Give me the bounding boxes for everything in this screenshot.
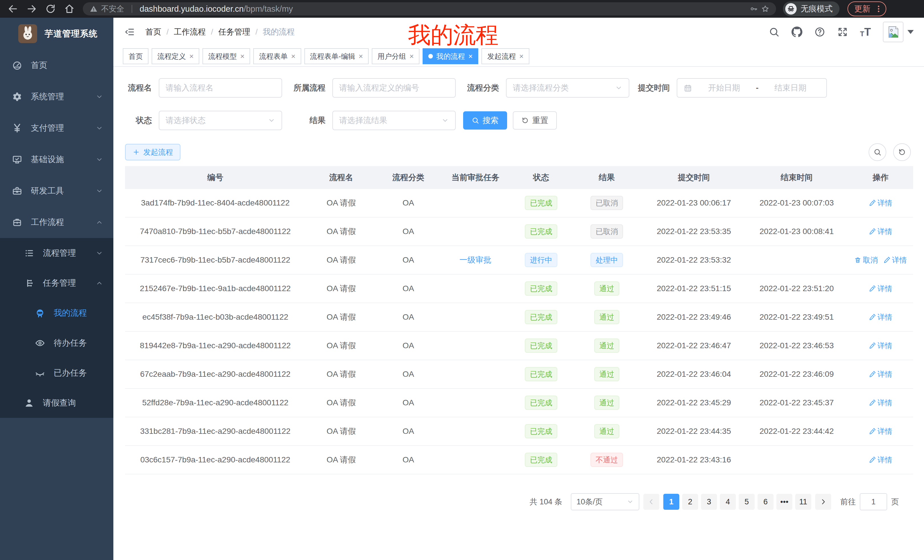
page-size-select[interactable]: 10条/页 (571, 493, 639, 511)
cell-actions: 详情 (848, 275, 913, 302)
next-page-button[interactable] (815, 494, 831, 510)
process-name-input[interactable]: 请输入流程名 (159, 78, 282, 97)
view-tab[interactable]: 流程表单× (253, 48, 301, 64)
security-warning-icon[interactable] (90, 5, 98, 13)
page-number-button[interactable]: 1 (663, 494, 679, 510)
browser-home-icon[interactable] (64, 3, 75, 14)
view-tab[interactable]: 流程定义× (152, 48, 199, 64)
header-search-icon[interactable] (769, 27, 780, 37)
refresh-table-button[interactable] (893, 143, 911, 161)
app-logo[interactable]: 芋道管理系统 (0, 18, 113, 49)
sidebar-item-label: 支付管理 (31, 123, 64, 134)
start-date-placeholder: 开始日期 (694, 82, 753, 93)
browser-forward-icon[interactable] (26, 3, 37, 14)
status-placeholder: 请选择状态 (166, 115, 206, 126)
detail-action-link[interactable]: 详情 (869, 341, 892, 351)
detail-action-link[interactable]: 详情 (869, 427, 892, 436)
reset-button[interactable]: 重置 (513, 111, 557, 130)
cell-category: OA (377, 417, 440, 445)
browser-update-button[interactable]: 更新 (848, 1, 886, 16)
detail-action-link[interactable]: 详情 (869, 284, 892, 294)
page-number-button[interactable]: 4 (720, 494, 736, 510)
view-tab[interactable]: 首页 (123, 48, 148, 64)
cancel-action-link[interactable]: 取消 (854, 255, 878, 265)
edit-icon (869, 457, 876, 463)
caret-down-icon[interactable] (908, 30, 914, 34)
sidebar-item-9[interactable]: 待办任务 (0, 328, 113, 358)
password-key-icon[interactable] (750, 5, 758, 13)
close-tab-icon[interactable]: × (358, 52, 363, 60)
breadcrumb-item[interactable]: 首页 (146, 27, 161, 37)
close-tab-icon[interactable]: × (291, 52, 295, 60)
github-icon[interactable] (792, 27, 802, 37)
create-process-button[interactable]: 发起流程 (125, 144, 180, 160)
result-badge: 通过 (594, 281, 620, 296)
avatar[interactable] (883, 22, 903, 42)
detail-action-link[interactable]: 详情 (869, 198, 892, 208)
fullscreen-icon[interactable] (837, 27, 848, 37)
close-tab-icon[interactable]: × (240, 52, 244, 60)
sidebar-toggle-icon[interactable] (124, 27, 136, 37)
help-icon[interactable] (814, 27, 825, 37)
submit-time-range-picker[interactable]: 开始日期 - 结束日期 (677, 78, 827, 97)
category-select[interactable]: 请选择流程分类 (506, 78, 629, 97)
prev-page-button[interactable] (644, 494, 659, 510)
breadcrumb-item[interactable]: 工作流程 (174, 27, 206, 37)
sidebar-item-3[interactable]: 基础设施 (0, 144, 113, 175)
result-select[interactable]: 请选择流结果 (332, 111, 456, 130)
toggle-search-button[interactable] (868, 143, 886, 161)
page-number-button[interactable]: 6 (758, 494, 774, 510)
browser-back-icon[interactable] (8, 3, 18, 14)
sidebar-item-10[interactable]: 已办任务 (0, 358, 113, 388)
detail-action-link[interactable]: 详情 (869, 455, 892, 465)
sidebar-item-4[interactable]: 研发工具 (0, 175, 113, 207)
breadcrumb-separator: / (255, 27, 258, 36)
detail-action-link[interactable]: 详情 (869, 227, 892, 237)
table-row: 7317cec6-7b9b-11ec-b5b7-acde48001122OA 请… (125, 246, 913, 275)
close-tab-icon[interactable]: × (519, 52, 524, 60)
user-menu[interactable] (883, 22, 914, 42)
status-select[interactable]: 请选择状态 (159, 111, 282, 130)
page-number-button[interactable]: 3 (701, 494, 717, 510)
breadcrumb-item[interactable]: 任务管理 (218, 27, 250, 37)
close-tab-icon[interactable]: × (189, 52, 194, 60)
detail-action-link[interactable]: 详情 (869, 312, 892, 322)
process-definition-input[interactable]: 请输入流程定义的编号 (332, 78, 456, 97)
detail-action-link[interactable]: 详情 (869, 369, 892, 379)
page-number-button[interactable]: 2 (682, 494, 698, 510)
detail-action-link[interactable]: 详情 (884, 255, 907, 265)
browser-reload-icon[interactable] (45, 3, 56, 14)
cell-process-name: OA 请假 (306, 446, 377, 474)
view-tab[interactable]: 流程表单-编辑× (304, 48, 369, 64)
search-icon (873, 148, 882, 156)
page-number-button[interactable]: 5 (739, 494, 754, 510)
sidebar-item-6[interactable]: 流程管理 (0, 238, 113, 268)
address-bar[interactable]: 不安全 dashboard.yudao.iocoder.cn/bpm/task/… (83, 2, 776, 15)
cell-end-time: 2022-01-22 23:46:09 (745, 360, 848, 388)
sidebar-item-8[interactable]: 我的流程 (0, 298, 113, 328)
select-arrow-icon (268, 117, 275, 124)
close-tab-icon[interactable]: × (410, 52, 414, 60)
bookmark-star-icon[interactable] (761, 5, 769, 13)
page-jumper-input[interactable]: 1 (860, 493, 887, 511)
sidebar-item-2[interactable]: 支付管理 (0, 112, 113, 144)
cell-category: OA (377, 332, 440, 359)
sidebar-item-7[interactable]: 任务管理 (0, 268, 113, 298)
sidebar-item-11[interactable]: 请假查询 (0, 388, 113, 418)
detail-action-link[interactable]: 详情 (869, 398, 892, 408)
tab-label: 用户分组 (378, 52, 406, 61)
sidebar-item-5[interactable]: 工作流程 (0, 207, 113, 238)
font-size-icon[interactable]: TT (860, 27, 871, 37)
page-ellipsis-button[interactable]: ••• (776, 494, 792, 510)
browser-menu-icon[interactable] (874, 4, 883, 13)
cell-current-task (440, 189, 511, 217)
sidebar-item-1[interactable]: 系统管理 (0, 81, 113, 112)
sidebar-item-0[interactable]: 首页 (0, 49, 113, 81)
close-tab-icon[interactable]: × (468, 52, 472, 60)
view-tab[interactable]: 流程模型× (202, 48, 250, 64)
current-task-link[interactable]: 一级审批 (459, 255, 491, 265)
search-button[interactable]: 搜索 (463, 111, 507, 130)
cell-current-task (440, 360, 511, 388)
page-number-button[interactable]: 11 (795, 494, 811, 510)
status-badge: 已完成 (525, 453, 557, 467)
